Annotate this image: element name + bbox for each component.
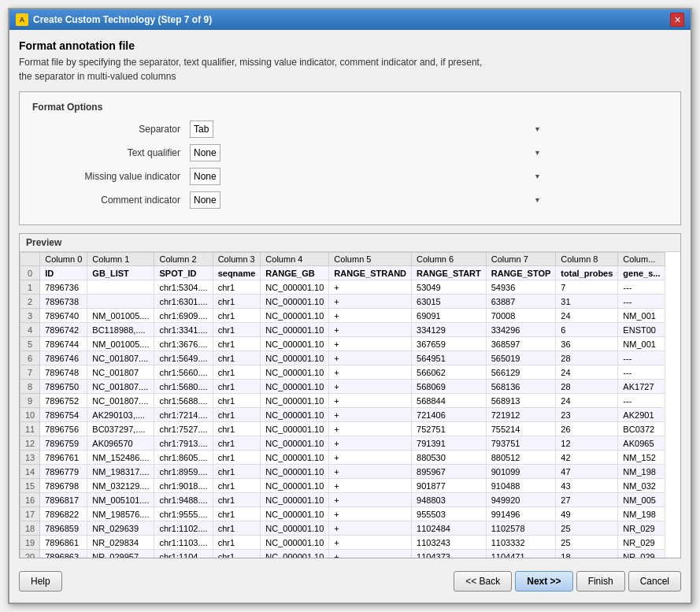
- table-cell: chr1: [213, 507, 261, 521]
- help-button[interactable]: Help: [19, 571, 62, 592]
- table-cell: 721406: [412, 408, 487, 422]
- header-col7: RANGE_STOP: [486, 266, 556, 280]
- header-col2: SPOT_ID: [154, 266, 213, 280]
- table-container[interactable]: Column 0 Column 1 Column 2 Column 3 Colu…: [20, 252, 680, 558]
- table-cell: NC_000001.10: [261, 521, 329, 536]
- table-cell: 63015: [412, 295, 487, 309]
- table-cell: chr1: [213, 337, 261, 351]
- table-cell: NC_000001.10: [261, 408, 329, 422]
- table-cell: 7896750: [40, 380, 87, 394]
- finish-button[interactable]: Finish: [576, 571, 625, 592]
- table-row: 37896740NM_001005....chr1:6909....chr1NC…: [20, 309, 665, 323]
- table-row: 137896761NM_152486....chr1:8605....chr1N…: [20, 451, 665, 465]
- table-cell: NC_001807....: [87, 351, 154, 365]
- table-cell: 70008: [486, 309, 556, 323]
- row-number: 5: [20, 337, 40, 351]
- table-cell: 18: [556, 550, 618, 558]
- table-cell: chr1: [213, 465, 261, 479]
- row-number: 8: [20, 380, 40, 394]
- table-cell: +: [329, 465, 412, 479]
- back-button[interactable]: << Back: [454, 571, 512, 592]
- text-qualifier-select[interactable]: None: [190, 144, 220, 161]
- header-row-num: 0: [20, 266, 40, 280]
- table-cell: chr1: [213, 280, 261, 295]
- table-cell: NM_152486....: [87, 451, 154, 465]
- table-cell: 63887: [486, 295, 556, 309]
- table-cell: NM_152: [618, 451, 665, 465]
- separator-select[interactable]: Tab: [190, 121, 213, 138]
- table-cell: +: [329, 422, 412, 436]
- table-cell: ---: [618, 365, 665, 380]
- table-cell: NR_029: [618, 536, 665, 550]
- table-cell: 949920: [486, 493, 556, 507]
- table-cell: BC118988,....: [87, 323, 154, 337]
- separator-row: Separator Tab: [32, 121, 668, 138]
- table-cell: 53049: [412, 280, 487, 295]
- table-cell: 31: [556, 295, 618, 309]
- next-button[interactable]: Next >>: [515, 571, 572, 592]
- table-cell: 880512: [486, 451, 556, 465]
- row-number: 17: [20, 507, 40, 521]
- table-row: 207896863NR_029957chr1:1104chr1NC_000001…: [20, 550, 665, 558]
- table-row: 197896861NR_029834chr1:1103....chr1NC_00…: [20, 536, 665, 550]
- table-cell: chr1:3341....: [154, 323, 213, 337]
- table-cell: chr1: [213, 408, 261, 422]
- table-cell: 12: [556, 436, 618, 451]
- table-cell: NC_000001.10: [261, 422, 329, 436]
- page-title: Format annotation file: [19, 39, 681, 52]
- main-window: A Create Custom Technology (Step 7 of 9)…: [8, 8, 692, 604]
- table-cell: 7896863: [40, 550, 87, 558]
- table-cell: 566129: [486, 365, 556, 380]
- table-cell: chr1:3676....: [154, 337, 213, 351]
- missing-value-select-wrapper[interactable]: None: [190, 168, 544, 185]
- row-number: 3: [20, 309, 40, 323]
- table-cell: +: [329, 408, 412, 422]
- row-number: 9: [20, 394, 40, 408]
- cancel-button[interactable]: Cancel: [628, 571, 681, 592]
- table-cell: 568844: [412, 394, 487, 408]
- column-header-row: Column 0 Column 1 Column 2 Column 3 Colu…: [20, 253, 665, 266]
- comment-indicator-select-wrapper[interactable]: None: [190, 191, 544, 209]
- table-cell: NC_000001.10: [261, 479, 329, 493]
- table-cell: NC_000001.10: [261, 351, 329, 365]
- col-header-5: Column 5: [329, 253, 412, 266]
- table-cell: 69091: [412, 309, 487, 323]
- separator-select-wrapper[interactable]: Tab: [190, 121, 544, 138]
- table-cell: 564951: [412, 351, 487, 365]
- table-cell: ENST00: [618, 323, 665, 337]
- table-cell: 568136: [486, 380, 556, 394]
- col-header-2: Column 2: [154, 253, 213, 266]
- table-cell: NM_198576....: [87, 507, 154, 521]
- table-cell: 752751: [412, 422, 487, 436]
- table-cell: NM_001005....: [87, 309, 154, 323]
- header-col4: RANGE_GB: [261, 266, 329, 280]
- row-number: 7: [20, 365, 40, 380]
- comment-indicator-row: Comment indicator None: [32, 191, 668, 209]
- table-row: 127896759AK096570chr1:7913....chr1NC_000…: [20, 436, 665, 451]
- table-cell: 49: [556, 507, 618, 521]
- text-qualifier-select-wrapper[interactable]: None: [190, 144, 544, 161]
- title-bar: A Create Custom Technology (Step 7 of 9)…: [9, 9, 691, 30]
- table-cell: +: [329, 493, 412, 507]
- missing-value-row: Missing value indicator None: [32, 168, 668, 185]
- missing-value-select[interactable]: None: [190, 168, 220, 185]
- table-cell: AK1727: [618, 380, 665, 394]
- table-cell: NM_198: [618, 507, 665, 521]
- close-button[interactable]: ✕: [670, 13, 684, 27]
- table-cell: chr1: [213, 380, 261, 394]
- table-row: 177896822NM_198576....chr1:9555....chr1N…: [20, 507, 665, 521]
- col-header-8: Column 8: [556, 253, 618, 266]
- table-cell: +: [329, 323, 412, 337]
- table-cell: 25: [556, 536, 618, 550]
- row-number: 11: [20, 422, 40, 436]
- table-cell: [87, 280, 154, 295]
- row-number: 18: [20, 521, 40, 536]
- table-cell: 7896746: [40, 351, 87, 365]
- table-cell: 23: [556, 408, 618, 422]
- text-qualifier-row: Text qualifier None: [32, 144, 668, 161]
- comment-indicator-select[interactable]: None: [190, 191, 220, 209]
- table-cell: chr1:5660....: [154, 365, 213, 380]
- table-cell: chr1:7214....: [154, 408, 213, 422]
- table-cell: 7896761: [40, 451, 87, 465]
- table-cell: 7896748: [40, 365, 87, 380]
